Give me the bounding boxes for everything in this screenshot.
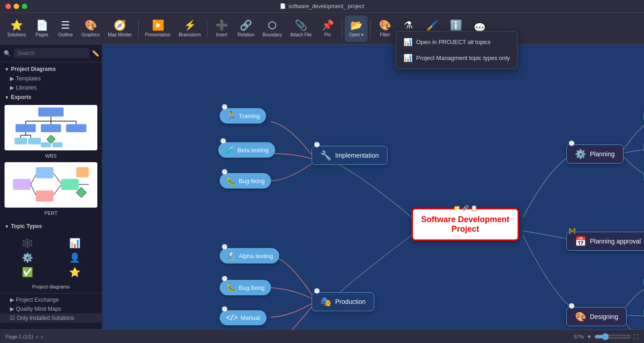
sidebar: 🔍 ✏️ ▼ Project Diagrams ▶ Templates ▶ Li…: [0, 45, 102, 329]
node-bug-fixing-impl[interactable]: 🕐 🐛 Bug fixing: [220, 173, 271, 189]
expand-icon[interactable]: ⛶: [634, 334, 639, 339]
timer-badge-designing: 🕐: [569, 303, 575, 309]
chevron-right-icon-2: ▶: [10, 85, 14, 91]
topic-type-check: ✅: [22, 267, 33, 278]
insert-label: Insert: [216, 32, 227, 37]
checkbox-icon: ☑: [10, 315, 15, 321]
timer-badge-impl: 🕐: [314, 142, 320, 148]
prev-page-button[interactable]: ‹: [36, 333, 38, 340]
close-button[interactable]: [5, 4, 11, 9]
search-input[interactable]: [14, 48, 89, 58]
topic-type-star: ⭐: [69, 267, 80, 278]
pert-label: PERT: [0, 210, 102, 216]
tool-presentation[interactable]: ▶️ Presentation: [141, 15, 174, 42]
tool-relation[interactable]: 🔗 Relation: [234, 15, 258, 42]
open-project-all-label: Open in PROJECT all topics: [416, 39, 491, 45]
project-exchange-label: Project Exchange: [16, 297, 59, 303]
tool-pages[interactable]: 📄 Pages: [30, 15, 53, 42]
tool-theme[interactable]: 🎨 Filter: [373, 15, 396, 42]
open-project-mgmt[interactable]: 📊 Project Managment topic types only: [396, 50, 517, 66]
project-diagrams-label: Project Diagrams: [11, 66, 56, 72]
tool-pin[interactable]: 📌 Pin: [316, 15, 339, 42]
map-minder-label: Map Minder: [108, 32, 132, 37]
tool-map-minder[interactable]: 🧭 Map Minder: [104, 15, 136, 42]
topic-type-network: 🕸️: [22, 238, 33, 249]
wbs-svg: [5, 105, 97, 150]
search-bar: 🔍 ✏️: [0, 45, 102, 62]
pencil-icon[interactable]: ✏️: [92, 50, 99, 57]
format-icon: 🖌️: [426, 20, 438, 31]
svg-rect-21: [36, 167, 54, 178]
central-title-line2: Project: [421, 224, 509, 234]
sidebar-item-project-exchange[interactable]: ▶ Project Exchange: [0, 295, 102, 304]
bottom-bar: Page-1 (1/1) ‹ › 57% ▼ ⛶: [0, 329, 644, 343]
zoom-slider[interactable]: [594, 333, 631, 340]
node-beta-testing[interactable]: 🕐 🧪 Beta testing: [218, 142, 275, 158]
sidebar-item-project-diagrams[interactable]: ▼ Project Diagrams: [0, 64, 102, 74]
solutions-label: Solutions: [7, 32, 26, 37]
central-node[interactable]: 📁 🔗 📋 Software Development Project: [412, 208, 519, 241]
node-planning-approval[interactable]: 🚧 📅 Planning approval: [566, 232, 644, 251]
node-bug-fixing-prod[interactable]: 🕐 🐛 Bug fixing: [220, 280, 271, 295]
maximize-button[interactable]: [22, 4, 27, 9]
pert-svg: [5, 162, 97, 208]
sidebar-item-exports[interactable]: ▼ Exports: [0, 92, 102, 102]
canvas[interactable]: 🕐 🏃 Training 🕐 🧪 Beta testing 🕐 🐛 Bug fi…: [102, 45, 644, 329]
next-page-button[interactable]: ›: [41, 333, 43, 340]
open-dropdown: 📊 Open in PROJECT all topics 📊 Project M…: [396, 31, 518, 69]
alpha-label: Alpha testing: [239, 253, 273, 259]
sidebar-item-quality-mind-maps[interactable]: ▶ Quality Mind Maps: [0, 304, 102, 313]
node-alpha-testing[interactable]: 🕐 🔬 Alpha testing: [220, 248, 279, 263]
project-mgmt-icon: 📊: [403, 54, 413, 62]
bug-fixing-prod-label: Bug fixing: [239, 284, 265, 291]
open-project-all[interactable]: 📊 Open in PROJECT all topics: [396, 34, 517, 50]
planning-label: Planning: [590, 150, 615, 158]
tool-boundary[interactable]: ⬡ Boundary: [259, 15, 286, 42]
open-icon: 📂: [350, 20, 362, 31]
pert-thumbnail[interactable]: [5, 162, 97, 208]
templates-label: Templates: [16, 75, 41, 82]
tool-attach-file[interactable]: 📎 Attach File: [287, 15, 315, 42]
tool-insert[interactable]: ➕ Insert: [210, 15, 233, 42]
tool-solutions[interactable]: ⭐ Solutions: [4, 15, 30, 42]
topic-type-table: 📊: [69, 238, 80, 249]
bug-icon: 🐛: [226, 176, 236, 186]
node-implementation[interactable]: 🕐 🔧 Implementation: [312, 146, 387, 165]
zoom-controls: 57% ▼ ⛶: [574, 333, 639, 340]
manual-icon: </>: [226, 313, 238, 323]
timer-badge-bug-prod: 🕐: [221, 276, 228, 282]
timer-badge-training: 🕐: [221, 104, 228, 110]
topic-types-grid: 🕸️ ⚙️ ✅ 📊 👤 ⭐: [0, 231, 102, 284]
relation-label: Relation: [237, 32, 254, 37]
sidebar-item-topic-types[interactable]: ▼ Topic Types: [0, 221, 102, 231]
sidebar-item-only-installed[interactable]: ☑ Only Installed Solutions: [0, 313, 102, 323]
tool-graphics[interactable]: 🎨 Graphics: [78, 15, 103, 42]
sidebar-section-project-diagrams: ▼ Project Diagrams ▶ Templates ▶ Librari…: [0, 62, 102, 221]
window-controls[interactable]: [5, 4, 27, 9]
central-doc-icon: 📋: [471, 205, 478, 211]
node-manual[interactable]: 🕐 </> Manual: [220, 310, 267, 325]
node-planning[interactable]: 🕐 ⚙️ Planning: [566, 144, 624, 164]
pages-label: Pages: [35, 32, 48, 37]
tool-open[interactable]: 📂 Open ▾: [345, 15, 367, 42]
training-label: Training: [239, 113, 260, 119]
timer-badge-prod: 🕐: [314, 288, 320, 294]
node-designing[interactable]: 🕐 🎨 Designing: [566, 307, 627, 326]
svg-rect-8: [41, 124, 61, 132]
svg-rect-1: [38, 108, 64, 117]
toolbar: ⭐ Solutions 📄 Pages ☰ Outline 🎨 Graphics…: [0, 13, 644, 45]
sidebar-item-templates[interactable]: ▶ Templates: [0, 74, 102, 83]
quality-mind-maps-label: Quality Mind Maps: [16, 306, 61, 312]
wbs-thumbnail[interactable]: [5, 105, 97, 150]
divider-1: [138, 20, 139, 38]
node-training[interactable]: 🕐 🏃 Training: [220, 108, 266, 124]
sidebar-item-libraries[interactable]: ▶ Libraries: [0, 83, 102, 92]
tool-brainstorm[interactable]: ⚡ Brainstorm: [175, 15, 204, 42]
minimize-button[interactable]: [14, 4, 19, 9]
tool-outline[interactable]: ☰ Outline: [54, 15, 77, 42]
zoom-down-icon[interactable]: ▼: [587, 334, 592, 339]
chevron-down-icon-2: ▼: [5, 95, 9, 100]
node-production[interactable]: 🕐 🎭 Production: [312, 292, 374, 311]
relation-icon: 🔗: [240, 20, 252, 31]
divider-2: [207, 20, 207, 38]
